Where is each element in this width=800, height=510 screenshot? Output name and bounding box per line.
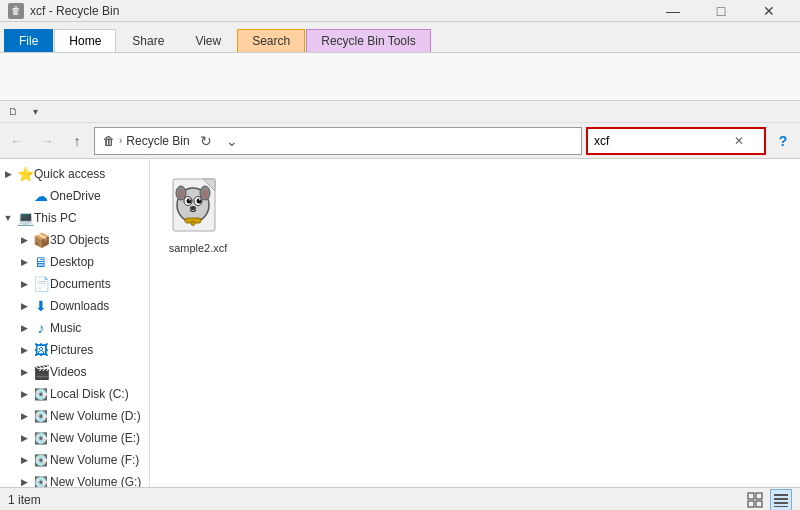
address-dropdown-btn[interactable]: ⌄: [220, 127, 244, 155]
tab-home[interactable]: Home: [54, 29, 116, 52]
file-item-name-sample2xcf: sample2.xcf: [169, 242, 228, 254]
tab-view[interactable]: View: [180, 29, 236, 52]
expand-vol-e[interactable]: ▶: [16, 427, 32, 449]
expand-vol-d[interactable]: ▶: [16, 405, 32, 427]
status-item-count: 1 item: [8, 493, 41, 507]
sidebar-label-pictures: Pictures: [50, 343, 93, 357]
file-item-sample2xcf[interactable]: sample2.xcf: [158, 167, 238, 261]
svg-point-14: [191, 208, 192, 209]
sidebar-icon-documents: 📄: [32, 273, 50, 295]
minimize-button[interactable]: —: [650, 0, 696, 22]
sidebar-item-desktop[interactable]: ▶ 🖥 Desktop: [0, 251, 149, 273]
expand-vol-f[interactable]: ▶: [16, 449, 32, 471]
svg-rect-22: [774, 494, 788, 496]
search-box-container: ✕: [586, 127, 766, 155]
sidebar-item-vol-f[interactable]: ▶ 💽 New Volume (F:): [0, 449, 149, 471]
sidebar-label-onedrive: OneDrive: [50, 189, 101, 203]
qat-properties-btn[interactable]: 🗋: [4, 103, 22, 121]
sidebar-icon-downloads: ⬇: [32, 295, 50, 317]
tab-share[interactable]: Share: [117, 29, 179, 52]
address-refresh-btn[interactable]: ↻: [194, 127, 218, 155]
sidebar-item-vol-e[interactable]: ▶ 💽 New Volume (E:): [0, 427, 149, 449]
title-controls: — □ ✕: [650, 0, 792, 22]
view-large-icons-button[interactable]: [744, 489, 766, 511]
svg-rect-24: [774, 502, 788, 504]
view-details-button[interactable]: [770, 489, 792, 511]
sidebar-icon-onedrive: ☁: [32, 185, 50, 207]
sidebar-label-desktop: Desktop: [50, 255, 94, 269]
help-button[interactable]: ?: [770, 128, 796, 154]
sidebar-item-vol-d[interactable]: ▶ 💽 New Volume (D:): [0, 405, 149, 427]
expand-local-disk-c[interactable]: ▶: [16, 383, 32, 405]
sidebar-item-downloads[interactable]: ▶ ⬇ Downloads: [0, 295, 149, 317]
close-button[interactable]: ✕: [746, 0, 792, 22]
file-icon-xcf: [166, 174, 230, 238]
svg-point-10: [197, 199, 202, 204]
sidebar-item-vol-g[interactable]: ▶ 💽 New Volume (G:): [0, 471, 149, 487]
nav-forward-button[interactable]: →: [34, 128, 60, 154]
sidebar-icon-music: ♪: [32, 317, 50, 339]
ribbon-tabs: File Home Share View Search Recycle Bin …: [0, 22, 800, 52]
sidebar-item-onedrive[interactable]: ▶ ☁ OneDrive: [0, 185, 149, 207]
sidebar-icon-vol-e: 💽: [32, 427, 50, 449]
sidebar-icon-this-pc: 💻: [16, 207, 34, 229]
search-clear-button[interactable]: ✕: [734, 134, 744, 148]
sidebar-item-3d-objects[interactable]: ▶ 📦 3D Objects: [0, 229, 149, 251]
status-view-controls: [744, 489, 792, 511]
search-box[interactable]: ✕: [586, 127, 766, 155]
address-right-controls: ↻ ⌄: [194, 127, 244, 155]
expand-downloads[interactable]: ▶: [16, 295, 32, 317]
sidebar-label-3d-objects: 3D Objects: [50, 233, 109, 247]
sidebar-item-pictures[interactable]: ▶ 🖼 Pictures: [0, 339, 149, 361]
title-text: xcf - Recycle Bin: [30, 4, 119, 18]
expand-music[interactable]: ▶: [16, 317, 32, 339]
sidebar-icon-pictures: 🖼: [32, 339, 50, 361]
address-bar: ← → ↑ 🗑 › Recycle Bin ↻ ⌄ ✕ ?: [0, 123, 800, 159]
svg-point-12: [199, 199, 201, 201]
sidebar-icon-vol-g: 💽: [32, 471, 50, 487]
details-view-icon: [773, 492, 789, 508]
sidebar-item-quick-access[interactable]: ▶ ⭐ Quick access: [0, 163, 149, 185]
expand-this-pc[interactable]: ▼: [0, 207, 16, 229]
search-input[interactable]: [594, 134, 734, 148]
sidebar-item-local-disk-c[interactable]: ▶ 💽 Local Disk (C:): [0, 383, 149, 405]
tab-file[interactable]: File: [4, 29, 53, 52]
svg-point-17: [191, 222, 195, 226]
expand-documents[interactable]: ▶: [16, 273, 32, 295]
sidebar-label-vol-d: New Volume (D:): [50, 409, 141, 423]
sidebar-item-music[interactable]: ▶ ♪ Music: [0, 317, 149, 339]
expand-quick-access[interactable]: ▶: [0, 163, 16, 185]
title-icon: 🗑: [8, 3, 24, 19]
nav-up-button[interactable]: ↑: [64, 128, 90, 154]
address-box[interactable]: 🗑 › Recycle Bin ↻ ⌄: [94, 127, 582, 155]
svg-point-5: [178, 190, 184, 199]
qat-dropdown-btn[interactable]: ▾: [26, 103, 44, 121]
expand-vol-g[interactable]: ▶: [16, 471, 32, 487]
address-path: 🗑 › Recycle Bin: [103, 134, 190, 148]
sidebar-item-documents[interactable]: ▶ 📄 Documents: [0, 273, 149, 295]
quick-access-toolbar: 🗋 ▾: [0, 101, 800, 123]
svg-point-13: [190, 206, 196, 210]
maximize-button[interactable]: □: [698, 0, 744, 22]
content-area: sample2.xcf: [150, 159, 800, 487]
svg-point-15: [194, 208, 195, 209]
sidebar-label-documents: Documents: [50, 277, 111, 291]
svg-rect-19: [756, 493, 762, 499]
main-area: ▶ ⭐ Quick access ▶ ☁ OneDrive ▼ 💻 This P…: [0, 159, 800, 487]
expand-3d-objects[interactable]: ▶: [16, 229, 32, 251]
sidebar-label-vol-e: New Volume (E:): [50, 431, 140, 445]
sidebar-icon-videos: 🎬: [32, 361, 50, 383]
tab-recycle-bin-tools[interactable]: Recycle Bin Tools: [306, 29, 431, 52]
expand-videos[interactable]: ▶: [16, 361, 32, 383]
expand-pictures[interactable]: ▶: [16, 339, 32, 361]
nav-back-button[interactable]: ←: [4, 128, 30, 154]
sidebar-icon-quick-access: ⭐: [16, 163, 34, 185]
tab-search[interactable]: Search: [237, 29, 305, 52]
title-bar: 🗑 xcf - Recycle Bin — □ ✕: [0, 0, 800, 22]
sidebar-item-videos[interactable]: ▶ 🎬 Videos: [0, 361, 149, 383]
sidebar-item-this-pc[interactable]: ▼ 💻 This PC: [0, 207, 149, 229]
sidebar-label-vol-g: New Volume (G:): [50, 475, 141, 487]
svg-rect-20: [748, 501, 754, 507]
sidebar-label-downloads: Downloads: [50, 299, 109, 313]
expand-desktop[interactable]: ▶: [16, 251, 32, 273]
